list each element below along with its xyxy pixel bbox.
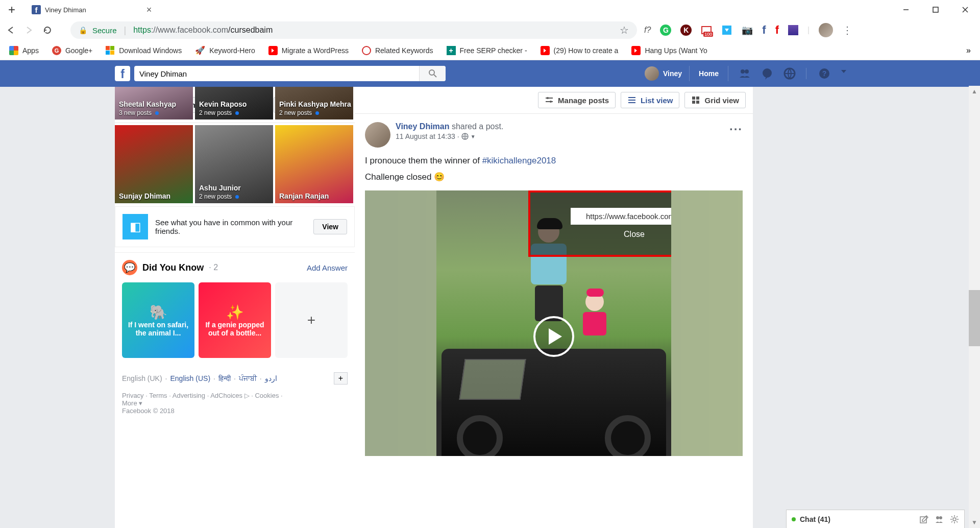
search-button[interactable] (419, 66, 446, 81)
svg-rect-21 (692, 97, 695, 100)
url-popup: https://www.facebook.com… Close (528, 190, 671, 257)
bookmark-free-serp[interactable]: +Free SERP checker - (447, 46, 527, 55)
extension-row: f? G K 100 📷 f f | ⋮ (644, 23, 857, 37)
play-icon[interactable] (533, 316, 574, 357)
svg-point-8 (741, 69, 745, 74)
minimize-button[interactable] (891, 0, 921, 19)
window-controls (891, 0, 980, 19)
lang-urdu[interactable]: اردو (265, 374, 277, 382)
lang-hindi[interactable]: हिन्दी (218, 374, 231, 383)
ext-idm-icon[interactable] (721, 25, 732, 36)
lang-en-us[interactable]: English (US) (170, 374, 210, 382)
close-window-button[interactable] (950, 0, 980, 19)
list-view-button[interactable]: List view (621, 92, 679, 108)
main-column: Manage posts List view Grid view Viney D… (355, 87, 753, 528)
compose-icon[interactable] (919, 515, 928, 524)
bookmark-apps[interactable]: Apps (9, 46, 39, 55)
left-sidebar: Viney Dhiman Timeline▼ Recent▼ Sheetal K… (115, 87, 355, 528)
friend-requests-icon[interactable] (739, 67, 751, 80)
post-author[interactable]: Viney Dhiman (396, 122, 450, 131)
action-bar: Manage posts List view Grid view (355, 87, 753, 114)
secure-label: Secure (92, 26, 117, 35)
svg-point-9 (745, 69, 749, 74)
online-dot-icon (792, 517, 796, 521)
bookmark-migrate-wp[interactable]: Migrate a WordPress (268, 46, 349, 55)
close-tab-icon[interactable]: × (146, 5, 152, 15)
facebook-logo[interactable]: f (115, 66, 130, 81)
scroll-up-icon[interactable]: ▲ (969, 86, 980, 97)
settings-icon[interactable] (950, 515, 959, 524)
dropdown-icon[interactable] (840, 68, 847, 79)
grid-view-button[interactable]: Grid view (684, 92, 746, 108)
people-icon[interactable] (935, 515, 944, 524)
search-input[interactable] (139, 69, 419, 78)
common-friends-box: ◧ See what you have in common with your … (115, 206, 355, 247)
new-tab-button[interactable]: + (6, 4, 17, 15)
chat-bar[interactable]: Chat (41) (786, 510, 965, 528)
post-avatar[interactable] (365, 122, 390, 148)
bookmark-download-windows[interactable]: Download Windows (106, 46, 182, 55)
list-icon (627, 95, 636, 105)
common-icon: ◧ (122, 214, 148, 239)
bookmarks-overflow-icon[interactable]: » (966, 46, 971, 55)
bookmark-related-keywords[interactable]: Related Keywords (362, 46, 433, 55)
reload-button[interactable] (42, 25, 53, 36)
ext-k-icon[interactable]: K (680, 25, 692, 36)
page-content: Viney Dhiman Timeline▼ Recent▼ Sheetal K… (0, 87, 980, 528)
bookmark-google-plus[interactable]: GGoogle+ (52, 46, 92, 55)
messages-icon[interactable] (761, 67, 773, 80)
back-button[interactable] (5, 25, 16, 36)
facebook-search[interactable] (134, 66, 446, 81)
post-date[interactable]: 11 August at 14:33 · ▼ (396, 132, 503, 140)
scrollbar-thumb[interactable] (969, 290, 980, 346)
dyk-card-genie[interactable]: ✨ If a genie popped out of a bottle... (199, 282, 271, 358)
ext-facebook-red-icon[interactable]: f (775, 23, 779, 37)
manage-posts-button[interactable]: Manage posts (538, 92, 616, 108)
hashtag-link[interactable]: #kikichallenge2018 (482, 156, 556, 165)
bookmark-hang-ups[interactable]: Hang Ups (Want Yo (631, 46, 707, 55)
post-menu-icon[interactable]: ··· (729, 122, 743, 136)
svg-line-7 (434, 75, 436, 77)
add-answer-link[interactable]: Add Answer (307, 263, 348, 272)
dyk-card-add[interactable]: + (275, 282, 348, 358)
bookmark-keyword-hero[interactable]: 🚀Keyword-Hero (195, 45, 255, 55)
ext-facebook-icon[interactable]: f (762, 23, 766, 37)
friend-tile[interactable]: Ashu Junior2 new posts (195, 125, 273, 203)
post: Viney Dhiman shared a post. 11 August at… (355, 114, 753, 464)
address-bar[interactable]: 🔒 Secure | https://www.facebook.com/curs… (70, 21, 637, 39)
dyk-icon: 💬 (122, 260, 137, 275)
friend-tile[interactable]: Sheetal Kashyap3 new posts (115, 87, 193, 119)
view-button[interactable]: View (313, 219, 347, 234)
forward-button[interactable] (23, 25, 35, 36)
scroll-down-icon[interactable]: ▼ (969, 517, 980, 528)
browser-tab[interactable]: f Viney Dhiman × (32, 5, 152, 15)
browser-titlebar: + f Viney Dhiman × (0, 0, 980, 19)
lang-punjabi[interactable]: ਪੰਜਾਬੀ (239, 374, 257, 383)
popup-close-button[interactable]: Close (624, 230, 645, 239)
dyk-card-safari[interactable]: 🐘 If I went on safari, the animal I... (122, 282, 194, 358)
svg-point-17 (550, 101, 552, 103)
chrome-menu-icon[interactable]: ⋮ (842, 24, 852, 36)
fb-home-link[interactable]: Home (690, 66, 728, 81)
chrome-profile-avatar[interactable] (819, 23, 833, 37)
video-container[interactable]: https://www.facebook.com… Close (365, 190, 743, 456)
maximize-button[interactable] (921, 0, 950, 19)
ext-fontquery-icon[interactable]: f? (644, 26, 651, 35)
help-icon[interactable]: ? (819, 68, 830, 79)
notifications-icon[interactable] (783, 67, 796, 80)
bookmark-how-to-create[interactable]: (29) How to create a (541, 46, 619, 55)
friend-tile[interactable]: Sunjay Dhiman (115, 125, 193, 203)
ext-lastpass-icon[interactable]: 100 (701, 25, 712, 36)
lang-add-button[interactable]: + (334, 372, 348, 385)
ext-purple-icon[interactable] (788, 25, 798, 35)
bookmark-star-icon[interactable]: ☆ (620, 24, 629, 36)
friend-tile[interactable]: Pinki Kashyap Mehra2 new posts (275, 87, 353, 119)
friend-tile[interactable]: Ranjan Ranjan (275, 125, 353, 203)
svg-rect-23 (692, 101, 695, 104)
popup-url-field[interactable]: https://www.facebook.com… (571, 208, 672, 225)
vertical-scrollbar[interactable]: ▲ ▼ (969, 86, 980, 528)
ext-camera-icon[interactable]: 📷 (742, 25, 753, 36)
fb-profile-link[interactable]: Viney (638, 66, 690, 81)
ext-grammarly-icon[interactable]: G (660, 25, 671, 36)
friend-tile[interactable]: Kevin Raposo2 new posts (195, 87, 273, 119)
